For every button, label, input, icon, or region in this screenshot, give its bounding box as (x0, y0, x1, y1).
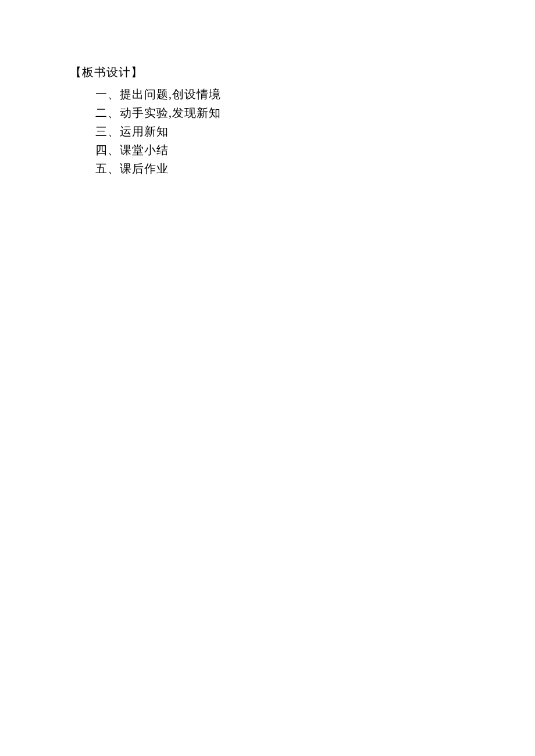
list-item: 二、动手实验,发现新知 (95, 103, 465, 122)
document-body: 【板书设计】 一、提出问题,创设情境 二、动手实验,发现新知 三、运用新知 四、… (70, 63, 465, 178)
list-item: 三、运用新知 (95, 122, 465, 141)
section-heading: 【板书设计】 (70, 63, 465, 81)
list-item: 一、提出问题,创设情境 (95, 85, 465, 103)
list-item: 五、课后作业 (95, 159, 465, 178)
outline-list: 一、提出问题,创设情境 二、动手实验,发现新知 三、运用新知 四、课堂小结 五、… (70, 85, 465, 178)
list-item: 四、课堂小结 (95, 141, 465, 159)
